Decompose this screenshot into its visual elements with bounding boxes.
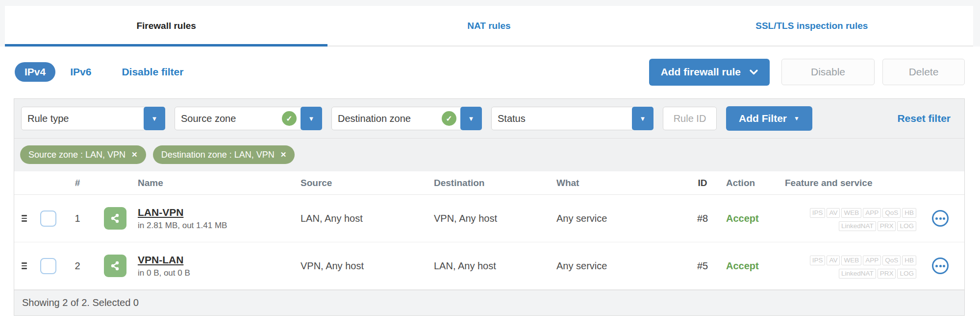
badge-log: LOG	[897, 269, 916, 279]
badge-prx: PRX	[878, 269, 896, 279]
col-header-action: Action	[726, 178, 785, 188]
reset-filter-link[interactable]: Reset filter	[897, 113, 951, 124]
filter-dropdown-source-zone[interactable]: Source zone ✓ ▼	[175, 107, 322, 130]
disable-filter-link[interactable]: Disable filter	[122, 66, 183, 78]
badge-app: APP	[863, 256, 881, 265]
active-filter-chips: Source zone : LAN, VPN ✕ Destination zon…	[14, 139, 964, 171]
badge-hb: HB	[902, 208, 916, 218]
tab-ssl-tls-inspection-rules[interactable]: SSL/TLS inspection rules	[651, 6, 973, 46]
chevron-down-icon[interactable]: ▼	[144, 107, 165, 130]
badge-qos: QoS	[882, 256, 901, 265]
chevron-down-icon[interactable]: ▼	[632, 107, 653, 130]
rule-destination: VPN, Any host	[434, 213, 556, 224]
row-checkbox[interactable]	[40, 258, 56, 274]
filter-dropdown-destination-zone[interactable]: Destination zone ✓ ▼	[331, 107, 482, 130]
tab-label: SSL/TLS inspection rules	[755, 21, 868, 31]
col-header-name: Name	[138, 178, 301, 188]
toolbar: IPv4 IPv6 Disable filter Add firewall ru…	[0, 47, 980, 86]
rule-destination: LAN, Any host	[434, 260, 556, 272]
share-icon-glyph	[109, 260, 121, 272]
add-firewall-rule-button[interactable]: Add firewall rule	[649, 59, 770, 86]
check-circle-icon: ✓	[282, 111, 297, 126]
filter-panel: Rule type ▼ Source zone ✓ ▼ Destination …	[14, 99, 964, 171]
feature-badges: IPSAVWEBAPPQoSHB LinkedNATPRXLOG	[785, 254, 916, 279]
col-header-source: Source	[301, 178, 434, 188]
chevron-down-icon[interactable]: ▼	[460, 107, 482, 130]
tab-label: Firewall rules	[136, 21, 196, 31]
dropdown-label: Rule type	[27, 113, 69, 124]
dropdown-box[interactable]: Destination zone ✓	[331, 107, 463, 130]
add-filter-button[interactable]: Add Filter ▼	[726, 106, 812, 131]
badge-web: WEB	[841, 256, 861, 265]
feature-badges: IPSAVWEBAPPQoSHB LinkedNATPRXLOG	[785, 206, 916, 231]
badge-av: AV	[827, 256, 840, 265]
tab-firewall-rules[interactable]: Firewall rules	[5, 6, 327, 46]
drag-handle[interactable]	[22, 262, 27, 269]
delete-button[interactable]: Delete	[882, 59, 965, 85]
ipv4-toggle[interactable]: IPv4	[15, 62, 55, 82]
badge-app: APP	[863, 208, 881, 218]
disable-button[interactable]: Disable	[781, 59, 875, 85]
filter-controls-row: Rule type ▼ Source zone ✓ ▼ Destination …	[14, 99, 964, 139]
chevron-down-icon: ▼	[794, 115, 800, 122]
col-header-what: What	[556, 178, 679, 188]
filter-chip-source-zone[interactable]: Source zone : LAN, VPN ✕	[20, 145, 146, 164]
badge-linkednat: LinkedNAT	[839, 269, 876, 279]
chevron-down-icon	[750, 70, 758, 75]
share-icon[interactable]	[104, 255, 126, 277]
dropdown-label: Source zone	[181, 113, 236, 124]
badge-linkednat: LinkedNAT	[839, 221, 876, 231]
ipv6-toggle[interactable]: IPv6	[70, 66, 91, 78]
tab-bar: Firewall rules NAT rules SSL/TLS inspect…	[5, 6, 973, 47]
badge-ips: IPS	[810, 208, 826, 218]
tab-nat-rules[interactable]: NAT rules	[327, 6, 650, 46]
rules-card: Rule type ▼ Source zone ✓ ▼ Destination …	[14, 98, 965, 316]
badge-qos: QoS	[882, 208, 901, 218]
rule-traffic: in 2.81 MB, out 1.41 MB	[138, 221, 301, 231]
filter-dropdown-rule-type[interactable]: Rule type ▼	[21, 107, 165, 130]
drag-handle[interactable]	[22, 215, 27, 222]
table-row: 2 VPN-LAN in 0 B, out 0 B	[14, 242, 964, 290]
close-icon[interactable]: ✕	[131, 150, 138, 159]
chip-label: Destination zone : LAN, VPN	[161, 150, 275, 160]
rule-name-link[interactable]: LAN-VPN	[138, 207, 301, 218]
badge-log: LOG	[897, 221, 916, 231]
col-header-id: ID	[679, 178, 726, 188]
badge-av: AV	[827, 208, 840, 218]
dropdown-box[interactable]: Source zone ✓	[175, 107, 303, 130]
add-filter-label: Add Filter	[739, 113, 787, 124]
row-menu-button[interactable]	[932, 258, 949, 274]
rule-action: Accept	[726, 260, 759, 271]
rule-source: LAN, Any host	[301, 213, 434, 224]
rule-traffic: in 0 B, out 0 B	[138, 268, 301, 278]
rule-id-input[interactable]	[663, 107, 717, 130]
badge-prx: PRX	[878, 221, 896, 231]
share-icon-glyph	[109, 212, 121, 224]
dropdown-label: Destination zone	[338, 113, 411, 124]
dropdown-box[interactable]: Status	[491, 107, 634, 130]
filter-chip-destination-zone[interactable]: Destination zone : LAN, VPN ✕	[153, 145, 295, 164]
firewall-rules-table: # Name Source Destination What ID Action…	[14, 171, 964, 290]
rule-action: Accept	[726, 213, 759, 224]
col-header-features: Feature and service	[785, 178, 916, 188]
rule-name-link[interactable]: VPN-LAN	[138, 254, 301, 266]
table-header: # Name Source Destination What ID Action…	[14, 171, 964, 195]
dropdown-label: Status	[498, 113, 526, 124]
row-checkbox[interactable]	[40, 211, 56, 227]
chevron-down-icon[interactable]: ▼	[301, 107, 322, 130]
share-icon[interactable]	[104, 207, 126, 230]
check-circle-icon: ✓	[442, 111, 456, 126]
rule-id: #5	[679, 260, 726, 272]
row-menu-button[interactable]	[932, 210, 949, 227]
filter-dropdown-status[interactable]: Status ▼	[491, 107, 653, 130]
rule-id: #8	[679, 213, 726, 224]
tab-label: NAT rules	[467, 21, 510, 31]
main-panel: IPv4 IPv6 Disable filter Add firewall ru…	[0, 47, 980, 328]
chip-label: Source zone : LAN, VPN	[28, 150, 126, 160]
close-icon[interactable]: ✕	[280, 150, 287, 159]
dropdown-box[interactable]: Rule type	[21, 107, 146, 130]
col-header-destination: Destination	[434, 178, 556, 188]
badge-ips: IPS	[810, 256, 826, 265]
badge-hb: HB	[902, 256, 916, 265]
add-firewall-rule-label: Add firewall rule	[661, 66, 741, 78]
